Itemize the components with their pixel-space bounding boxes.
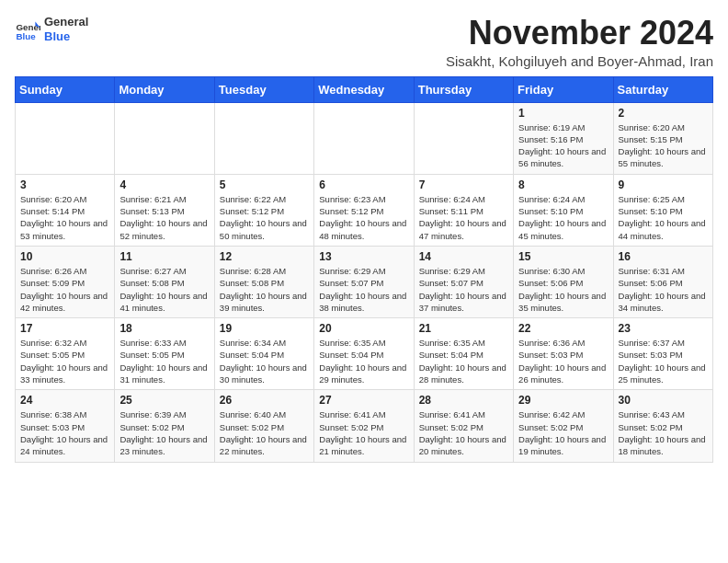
day-info: Sunrise: 6:23 AMSunset: 5:12 PMDaylight:… [319, 193, 408, 242]
day-number: 22 [518, 322, 608, 335]
day-info: Sunrise: 6:41 AMSunset: 5:02 PMDaylight:… [419, 408, 508, 457]
weekday-header-monday: Monday [115, 76, 214, 102]
day-info: Sunrise: 6:39 AMSunset: 5:02 PMDaylight:… [119, 408, 209, 457]
weekday-header-sunday: Sunday [16, 76, 115, 102]
calendar-cell: 20Sunrise: 6:35 AMSunset: 5:04 PMDayligh… [314, 318, 414, 390]
logo-general-text: General [44, 15, 88, 29]
day-number: 14 [419, 250, 508, 263]
day-number: 1 [518, 107, 608, 120]
day-info: Sunrise: 6:42 AMSunset: 5:02 PMDaylight:… [518, 408, 608, 457]
calendar-cell: 1Sunrise: 6:19 AMSunset: 5:16 PMDaylight… [514, 102, 613, 174]
weekday-header-wednesday: Wednesday [314, 76, 414, 102]
day-number: 24 [20, 394, 109, 407]
calendar-cell: 8Sunrise: 6:24 AMSunset: 5:10 PMDaylight… [514, 174, 613, 246]
day-info: Sunrise: 6:25 AMSunset: 5:10 PMDaylight:… [619, 193, 708, 242]
day-info: Sunrise: 6:29 AMSunset: 5:07 PMDaylight:… [319, 265, 408, 314]
day-number: 29 [518, 394, 608, 407]
calendar-cell: 3Sunrise: 6:20 AMSunset: 5:14 PMDaylight… [16, 174, 115, 246]
day-number: 13 [319, 250, 408, 263]
day-number: 25 [119, 394, 209, 407]
calendar-cell: 27Sunrise: 6:41 AMSunset: 5:02 PMDayligh… [314, 390, 414, 462]
calendar-cell: 26Sunrise: 6:40 AMSunset: 5:02 PMDayligh… [214, 390, 313, 462]
calendar-cell: 24Sunrise: 6:38 AMSunset: 5:03 PMDayligh… [16, 390, 115, 462]
calendar-cell: 17Sunrise: 6:32 AMSunset: 5:05 PMDayligh… [16, 318, 115, 390]
day-info: Sunrise: 6:40 AMSunset: 5:02 PMDaylight:… [220, 408, 309, 457]
day-info: Sunrise: 6:34 AMSunset: 5:04 PMDaylight:… [220, 337, 309, 385]
calendar-cell: 21Sunrise: 6:35 AMSunset: 5:04 PMDayligh… [414, 318, 513, 390]
day-number: 27 [319, 394, 408, 407]
calendar-cell: 14Sunrise: 6:29 AMSunset: 5:07 PMDayligh… [414, 246, 513, 317]
day-number: 10 [20, 250, 109, 263]
day-info: Sunrise: 6:21 AMSunset: 5:13 PMDaylight:… [119, 193, 209, 242]
day-number: 9 [619, 178, 708, 191]
calendar-cell [314, 102, 414, 174]
day-info: Sunrise: 6:29 AMSunset: 5:07 PMDaylight:… [419, 265, 508, 314]
calendar-week-1: 1Sunrise: 6:19 AMSunset: 5:16 PMDaylight… [16, 102, 713, 174]
calendar-cell: 19Sunrise: 6:34 AMSunset: 5:04 PMDayligh… [214, 318, 313, 390]
day-info: Sunrise: 6:43 AMSunset: 5:02 PMDaylight:… [619, 408, 708, 457]
day-number: 26 [220, 394, 309, 407]
svg-text:Blue: Blue [16, 30, 36, 40]
day-number: 16 [619, 250, 708, 263]
calendar-cell: 29Sunrise: 6:42 AMSunset: 5:02 PMDayligh… [514, 390, 613, 462]
calendar-cell [115, 102, 214, 174]
day-info: Sunrise: 6:27 AMSunset: 5:08 PMDaylight:… [119, 265, 209, 314]
day-number: 17 [20, 322, 109, 335]
calendar-cell: 30Sunrise: 6:43 AMSunset: 5:02 PMDayligh… [613, 390, 712, 462]
logo-blue-text: Blue [44, 29, 88, 44]
calendar-cell: 18Sunrise: 6:33 AMSunset: 5:05 PMDayligh… [115, 318, 214, 390]
calendar-week-4: 17Sunrise: 6:32 AMSunset: 5:05 PMDayligh… [16, 318, 713, 390]
day-number: 6 [319, 178, 408, 191]
title-section: November 2024 Sisakht, Kohgiluyeh and Bo… [446, 15, 713, 69]
day-number: 4 [119, 178, 209, 191]
calendar-cell: 5Sunrise: 6:22 AMSunset: 5:12 PMDaylight… [214, 174, 313, 246]
day-info: Sunrise: 6:28 AMSunset: 5:08 PMDaylight:… [220, 265, 309, 314]
day-number: 11 [119, 250, 209, 263]
calendar-cell: 7Sunrise: 6:24 AMSunset: 5:11 PMDaylight… [414, 174, 513, 246]
day-info: Sunrise: 6:22 AMSunset: 5:12 PMDaylight:… [220, 193, 309, 242]
calendar-cell: 16Sunrise: 6:31 AMSunset: 5:06 PMDayligh… [613, 246, 712, 317]
calendar-cell [16, 102, 115, 174]
calendar-cell: 10Sunrise: 6:26 AMSunset: 5:09 PMDayligh… [16, 246, 115, 317]
day-number: 21 [419, 322, 508, 335]
day-info: Sunrise: 6:24 AMSunset: 5:10 PMDaylight:… [518, 193, 608, 242]
day-info: Sunrise: 6:37 AMSunset: 5:03 PMDaylight:… [619, 337, 708, 385]
day-info: Sunrise: 6:30 AMSunset: 5:06 PMDaylight:… [518, 265, 608, 314]
day-number: 8 [518, 178, 608, 191]
day-info: Sunrise: 6:41 AMSunset: 5:02 PMDaylight:… [319, 408, 408, 457]
day-info: Sunrise: 6:35 AMSunset: 5:04 PMDaylight:… [419, 337, 508, 385]
calendar-cell: 15Sunrise: 6:30 AMSunset: 5:06 PMDayligh… [514, 246, 613, 317]
day-info: Sunrise: 6:36 AMSunset: 5:03 PMDaylight:… [518, 337, 608, 385]
day-number: 15 [518, 250, 608, 263]
month-title: November 2024 [446, 15, 713, 52]
calendar-cell [414, 102, 513, 174]
calendar-cell: 22Sunrise: 6:36 AMSunset: 5:03 PMDayligh… [514, 318, 613, 390]
calendar-week-2: 3Sunrise: 6:20 AMSunset: 5:14 PMDaylight… [16, 174, 713, 246]
day-number: 19 [220, 322, 309, 335]
day-info: Sunrise: 6:32 AMSunset: 5:05 PMDaylight:… [20, 337, 109, 385]
calendar-cell: 9Sunrise: 6:25 AMSunset: 5:10 PMDaylight… [613, 174, 712, 246]
day-number: 30 [619, 394, 708, 407]
calendar-cell: 13Sunrise: 6:29 AMSunset: 5:07 PMDayligh… [314, 246, 414, 317]
page-header: General Blue General Blue November 2024 … [15, 15, 713, 69]
calendar-week-5: 24Sunrise: 6:38 AMSunset: 5:03 PMDayligh… [16, 390, 713, 462]
calendar-cell: 6Sunrise: 6:23 AMSunset: 5:12 PMDaylight… [314, 174, 414, 246]
day-number: 23 [619, 322, 708, 335]
weekday-header-thursday: Thursday [414, 76, 513, 102]
day-number: 20 [319, 322, 408, 335]
day-number: 12 [220, 250, 309, 263]
logo-icon: General Blue [15, 17, 40, 42]
day-info: Sunrise: 6:38 AMSunset: 5:03 PMDaylight:… [20, 408, 109, 457]
location-subtitle: Sisakht, Kohgiluyeh and Boyer-Ahmad, Ira… [446, 53, 713, 69]
weekday-header-friday: Friday [514, 76, 613, 102]
calendar-cell: 28Sunrise: 6:41 AMSunset: 5:02 PMDayligh… [414, 390, 513, 462]
weekday-header-saturday: Saturday [613, 76, 712, 102]
day-number: 28 [419, 394, 508, 407]
calendar-cell: 25Sunrise: 6:39 AMSunset: 5:02 PMDayligh… [115, 390, 214, 462]
day-number: 2 [619, 107, 708, 120]
calendar-week-3: 10Sunrise: 6:26 AMSunset: 5:09 PMDayligh… [16, 246, 713, 317]
calendar-cell [214, 102, 313, 174]
weekday-header-tuesday: Tuesday [214, 76, 313, 102]
calendar-cell: 11Sunrise: 6:27 AMSunset: 5:08 PMDayligh… [115, 246, 214, 317]
calendar-table: SundayMondayTuesdayWednesdayThursdayFrid… [15, 76, 713, 463]
